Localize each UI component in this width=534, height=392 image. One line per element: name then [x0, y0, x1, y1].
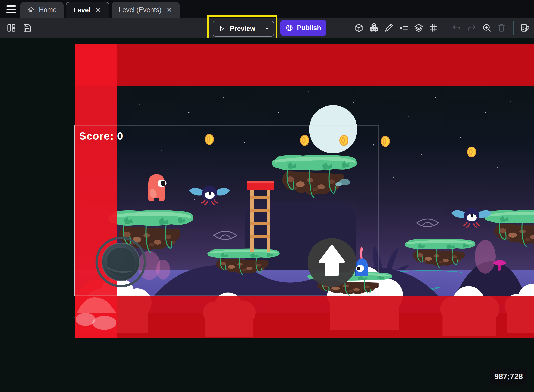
toolbar-divider	[513, 21, 514, 35]
tab-label: Level	[73, 6, 90, 14]
properties-list-icon[interactable]	[399, 23, 409, 33]
tab-label: Level (Events)	[119, 6, 162, 14]
caret-down-icon	[264, 25, 270, 32]
trash-icon[interactable]	[497, 23, 507, 33]
undo-icon[interactable]	[452, 23, 462, 33]
globe-icon	[285, 24, 293, 32]
red-bound-bottom	[75, 296, 534, 338]
save-icon[interactable]	[22, 23, 32, 33]
preview-label: Preview	[230, 25, 260, 33]
zoom-in-icon[interactable]	[482, 23, 492, 33]
red-bound-top	[75, 44, 534, 86]
scene-canvas[interactable]: Score: 0 987;728	[0, 38, 534, 392]
layers-icon[interactable]	[414, 23, 424, 33]
main-toolbar: Preview Publish	[0, 18, 534, 38]
toolbar-divider	[445, 21, 445, 35]
home-icon	[27, 6, 35, 14]
close-tab-icon[interactable]: ✕	[165, 6, 173, 14]
hamburger-menu-icon[interactable]	[6, 5, 16, 13]
redo-icon[interactable]	[467, 23, 477, 33]
pencil-icon[interactable]	[384, 23, 394, 33]
3d-box-icon[interactable]	[354, 23, 364, 33]
tab-strip: Home Level ✕ Level (Events) ✕	[20, 0, 180, 18]
grid-icon[interactable]	[429, 23, 439, 33]
tab-level[interactable]: Level ✕	[66, 2, 109, 18]
score-text: Score: 0	[79, 130, 123, 142]
joystick-control[interactable]	[97, 238, 145, 286]
tab-level-events[interactable]: Level (Events) ✕	[112, 2, 180, 18]
tab-label: Home	[39, 6, 57, 14]
moon	[309, 105, 357, 153]
level-artwork	[0, 38, 534, 392]
gdevelop-editor: Home Level ✕ Level (Events) ✕	[0, 0, 534, 392]
red-bound-left	[75, 44, 117, 338]
publish-button[interactable]: Publish	[280, 20, 326, 36]
panels-icon[interactable]	[6, 23, 16, 33]
instances-icon[interactable]	[369, 23, 379, 33]
preview-button[interactable]: Preview	[213, 21, 274, 37]
jump-button[interactable]	[308, 238, 356, 287]
preview-dropdown-button[interactable]	[260, 25, 274, 32]
play-icon	[218, 25, 225, 32]
events-sheet-icon[interactable]	[520, 23, 530, 33]
preview-highlight-box: Preview	[207, 15, 277, 40]
close-tab-icon[interactable]: ✕	[94, 6, 102, 15]
publish-label: Publish	[297, 24, 321, 32]
tab-home[interactable]: Home	[20, 2, 64, 18]
cursor-coordinates: 987;728	[490, 369, 527, 385]
